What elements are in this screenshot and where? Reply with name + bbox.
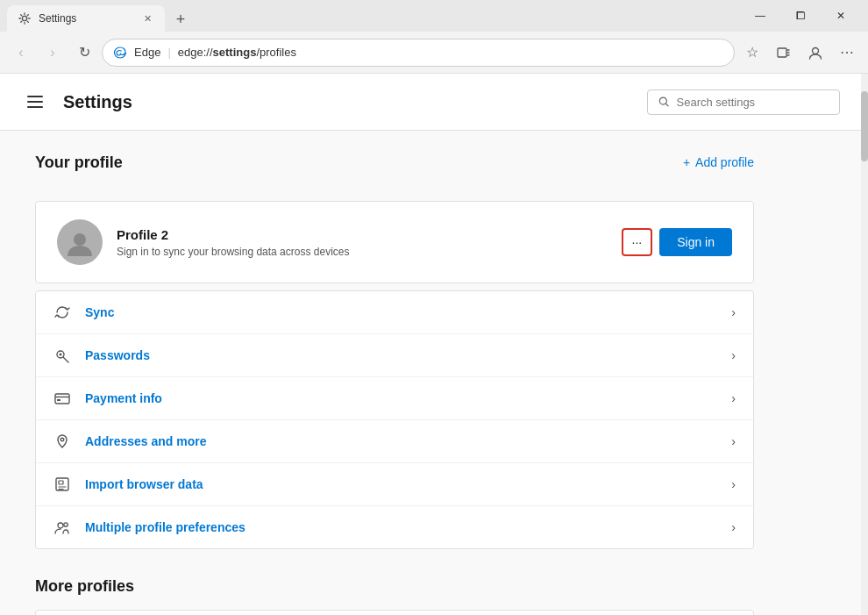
svg-rect-11 <box>59 481 63 484</box>
tab-close-btn[interactable]: ✕ <box>140 11 154 25</box>
import-chevron-icon: › <box>731 477 736 491</box>
window-controls: — ⧠ ✕ <box>740 2 861 30</box>
svg-point-13 <box>64 523 68 526</box>
profiles-icon <box>53 518 71 536</box>
search-settings-box[interactable] <box>647 89 840 115</box>
hamburger-button[interactable] <box>21 88 49 116</box>
content-area: Your profile + Add profile Profile 2 Sig… <box>0 131 789 615</box>
back-button[interactable]: ‹ <box>7 39 35 67</box>
payment-chevron-icon: › <box>731 391 736 405</box>
location-icon <box>53 433 71 450</box>
sync-chevron-icon: › <box>731 305 736 319</box>
settings-title: Settings <box>63 92 132 112</box>
profile-section-header: Your profile + Add profile <box>35 152 754 187</box>
tab-favicon <box>18 11 32 25</box>
address-bar[interactable]: Edge | edge://settings/profiles <box>102 39 735 67</box>
passwords-menu-item[interactable]: Passwords › <box>36 334 753 377</box>
multiple-profiles-chevron-icon: › <box>731 520 736 534</box>
sync-menu-item[interactable]: Sync › <box>36 291 753 334</box>
profile-more-button[interactable]: ··· <box>622 228 653 256</box>
tab-title: Settings <box>39 12 76 25</box>
addresses-chevron-icon: › <box>731 434 736 448</box>
main-content: Settings Your profile + Add profile <box>0 74 861 615</box>
scrollbar[interactable] <box>861 74 868 615</box>
passwords-label: Passwords <box>85 348 717 362</box>
new-tab-button[interactable]: + <box>168 7 193 32</box>
your-profile-title: Your profile <box>35 154 123 172</box>
nav-bar: ‹ › ↻ Edge | edge://settings/profiles ☆ <box>0 32 868 74</box>
svg-point-4 <box>74 233 86 246</box>
hamburger-icon <box>27 96 43 108</box>
search-settings-input[interactable] <box>677 96 829 109</box>
settings-tab[interactable]: Settings ✕ <box>7 5 165 32</box>
svg-point-12 <box>58 523 63 528</box>
edge-logo-icon <box>113 46 127 60</box>
more-profiles-title: More profiles <box>35 577 754 596</box>
svg-point-2 <box>813 47 819 54</box>
profile-menu-list: Sync › Passwords › <box>35 290 754 549</box>
payment-label: Payment info <box>85 391 717 405</box>
settings-header: Settings <box>0 74 861 131</box>
svg-rect-1 <box>778 48 786 57</box>
search-icon <box>658 96 670 108</box>
import-icon <box>53 476 71 493</box>
refresh-button[interactable]: ↻ <box>70 39 98 67</box>
add-profile-button[interactable]: + Add profile <box>683 152 754 173</box>
addresses-menu-item[interactable]: Addresses and more › <box>36 420 753 463</box>
passwords-icon <box>53 347 71 364</box>
multiple-profiles-menu-item[interactable]: Multiple profile preferences › <box>36 506 753 548</box>
profile-subtitle: Sign in to sync your browsing data acros… <box>117 246 608 258</box>
addresses-label: Addresses and more <box>85 434 717 448</box>
tab-area: Settings ✕ + <box>7 0 740 32</box>
svg-point-9 <box>60 438 64 441</box>
scrollbar-thumb[interactable] <box>861 91 868 161</box>
svg-rect-7 <box>55 394 69 404</box>
profile-info: Profile 2 Sign in to sync your browsing … <box>117 227 608 258</box>
sync-label: Sync <box>85 305 717 319</box>
address-url: edge://settings/profiles <box>178 46 296 59</box>
more-options-button[interactable]: ⋯ <box>833 39 861 67</box>
multiple-profiles-label: Multiple profile preferences <box>85 520 717 534</box>
svg-point-6 <box>60 354 62 356</box>
settings-container: Settings Your profile + Add profile <box>0 74 868 615</box>
minimize-button[interactable]: — <box>740 2 780 30</box>
more-profiles-card <box>35 610 754 615</box>
passwords-chevron-icon: › <box>731 348 736 362</box>
add-profile-label: Add profile <box>695 155 754 169</box>
close-button[interactable]: ✕ <box>821 2 861 30</box>
favorites-button[interactable]: ☆ <box>738 39 766 67</box>
address-separator: | <box>167 46 170 59</box>
forward-button[interactable]: › <box>39 39 67 67</box>
import-menu-item[interactable]: Import browser data › <box>36 463 753 506</box>
profile-card: Profile 2 Sign in to sync your browsing … <box>35 201 754 283</box>
sign-in-button[interactable]: Sign in <box>659 228 732 256</box>
settings-title-area: Settings <box>21 88 132 116</box>
payment-menu-item[interactable]: Payment info › <box>36 377 753 420</box>
title-bar: Settings ✕ + — ⧠ ✕ <box>0 0 868 32</box>
payment-icon <box>53 390 71 407</box>
import-label: Import browser data <box>85 477 717 491</box>
profile-button[interactable] <box>801 39 829 67</box>
profile-avatar <box>57 219 103 265</box>
profile-name: Profile 2 <box>117 227 608 242</box>
restore-button[interactable]: ⧠ <box>780 2 821 30</box>
address-edge-label: Edge <box>134 46 160 59</box>
profile-actions: ··· Sign in <box>622 228 732 256</box>
svg-rect-8 <box>57 399 60 401</box>
svg-point-0 <box>22 16 26 20</box>
sync-icon <box>53 304 71 321</box>
nav-icons: ☆ ⋯ <box>738 39 861 67</box>
collections-button[interactable] <box>770 39 798 67</box>
